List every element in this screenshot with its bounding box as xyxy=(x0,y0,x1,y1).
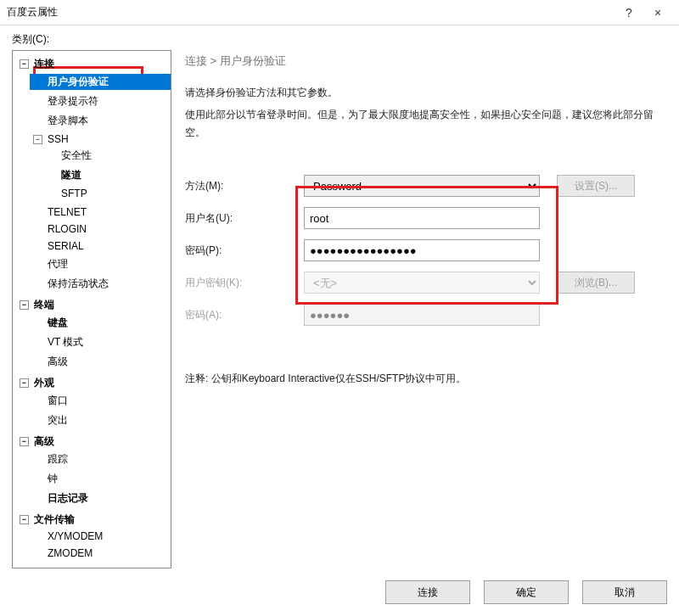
tree-logging[interactable]: 日志记录 xyxy=(30,490,171,507)
tree-window[interactable]: 窗口 xyxy=(30,393,171,409)
right-pane: 连接 > 用户身份验证 请选择身份验证方法和其它参数。 使用此部分以节省登录时间… xyxy=(185,50,667,568)
help-button[interactable]: ? xyxy=(614,0,643,25)
method-label: 方法(M): xyxy=(185,179,304,193)
userkey-label: 用户密钥(K): xyxy=(185,276,304,290)
tree-connection[interactable]: −连接 xyxy=(16,56,171,72)
tree-xymodem[interactable]: X/YMODEM xyxy=(30,529,171,543)
footer: 连接 确定 取消 xyxy=(12,568,667,604)
cancel-button[interactable]: 取消 xyxy=(582,580,667,604)
password2-label: 密码(A): xyxy=(185,308,304,322)
tree-keepalive[interactable]: 保持活动状态 xyxy=(30,276,171,292)
close-button[interactable]: × xyxy=(643,0,672,25)
tree-advanced[interactable]: −高级 xyxy=(16,434,171,450)
method-select[interactable]: Password xyxy=(304,175,540,197)
tree-keyboard[interactable]: 键盘 xyxy=(30,315,171,331)
userkey-select: <无> xyxy=(304,272,540,294)
titlebar: 百度云属性 ? × xyxy=(0,0,679,25)
password-label: 密码(P): xyxy=(185,244,304,258)
description-1: 请选择身份验证方法和其它参数。 xyxy=(185,84,667,101)
collapse-icon[interactable]: − xyxy=(20,437,29,446)
tree-bell[interactable]: 钟 xyxy=(30,471,171,487)
tree-appearance[interactable]: −外观 xyxy=(16,375,171,391)
connect-button[interactable]: 连接 xyxy=(385,580,470,604)
breadcrumb: 连接 > 用户身份验证 xyxy=(185,53,667,69)
username-label: 用户名(U): xyxy=(185,211,304,226)
tree-zmodem[interactable]: ZMODEM xyxy=(30,546,171,560)
window-title: 百度云属性 xyxy=(7,5,614,20)
tree-auth[interactable]: 用户身份验证 xyxy=(30,74,171,90)
tree-proxy[interactable]: 代理 xyxy=(30,256,171,272)
note-text: 注释: 公钥和Keyboard Interactive仅在SSH/SFTP协议中… xyxy=(185,372,667,386)
collapse-icon[interactable]: − xyxy=(20,300,29,310)
tree-login-prompt[interactable]: 登录提示符 xyxy=(30,93,171,109)
username-input[interactable] xyxy=(304,207,540,229)
setup-button[interactable]: 设置(S)... xyxy=(557,175,635,197)
tree-advanced1[interactable]: 高级 xyxy=(30,354,171,370)
category-label: 类别(C): xyxy=(12,32,667,47)
ok-button[interactable]: 确定 xyxy=(484,580,569,604)
collapse-icon[interactable]: − xyxy=(33,135,42,144)
category-tree[interactable]: −连接 用户身份验证 登录提示符 登录脚本 −SSH 安全性 隧道 SFTP xyxy=(12,50,171,568)
password-input[interactable] xyxy=(304,239,540,261)
tree-highlight[interactable]: 突出 xyxy=(30,412,171,428)
tree-ssh[interactable]: −SSH xyxy=(30,132,171,146)
tree-vtmode[interactable]: VT 模式 xyxy=(30,334,171,350)
tree-sftp[interactable]: SFTP xyxy=(43,187,171,200)
collapse-icon[interactable]: − xyxy=(20,59,29,69)
collapse-icon[interactable]: − xyxy=(20,515,29,524)
browse-button: 浏览(B)... xyxy=(557,272,635,294)
tree-tunnel[interactable]: 隧道 xyxy=(43,167,171,183)
auth-form: 方法(M): Password 设置(S)... 用户名(U): 密码(P xyxy=(185,175,667,326)
tree-security[interactable]: 安全性 xyxy=(43,148,171,164)
tree-filetransfer[interactable]: −文件传输 xyxy=(16,512,171,528)
tree-login-script[interactable]: 登录脚本 xyxy=(30,113,171,129)
description-2: 使用此部分以节省登录时间。但是，为了最大限度地提高安全性，如果担心安全问题，建议… xyxy=(185,106,667,141)
tree-trace[interactable]: 跟踪 xyxy=(30,451,171,468)
collapse-icon[interactable]: − xyxy=(20,378,29,388)
password2-input xyxy=(304,304,540,326)
tree-telnet[interactable]: TELNET xyxy=(30,205,171,219)
tree-terminal[interactable]: −终端 xyxy=(16,297,171,313)
tree-rlogin[interactable]: RLOGIN xyxy=(30,222,171,236)
tree-serial[interactable]: SERIAL xyxy=(30,239,171,253)
